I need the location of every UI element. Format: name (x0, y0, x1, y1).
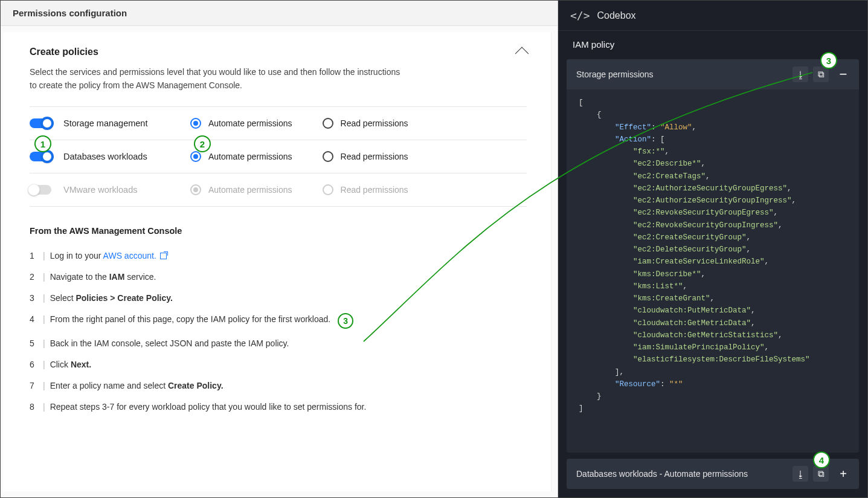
instruction-step: 2|Navigate to the IAM service. (30, 267, 527, 288)
code-body[interactable]: [ { "Effect": "Allow", "Action": [ "fsx:… (567, 89, 859, 453)
iam-policy-title: IAM policy (558, 31, 867, 57)
codebox-pane: </> Codebox IAM policy 3 Storage permiss… (558, 1, 867, 497)
read-option[interactable]: Read permissions (323, 151, 408, 162)
copy-icon[interactable]: ⧉ (813, 66, 829, 82)
service-row: VMware workloadsAutomate permissionsRead… (30, 173, 527, 207)
left-pane: Permissions configuration Create policie… (1, 1, 558, 497)
aws-account-link[interactable]: AWS account. (103, 251, 156, 260)
instruction-step: 8|Repeat steps 3-7 for every workload po… (30, 396, 527, 418)
service-row: Storage managementAutomate permissionsRe… (30, 106, 527, 140)
page-title: Permissions configuration (1, 1, 558, 26)
download-icon[interactable]: ⭳ (792, 466, 808, 482)
read-option[interactable]: Read permissions (323, 118, 408, 129)
codebox-label: Codebox (597, 10, 636, 21)
service-name: Storage management (63, 118, 172, 128)
instructions-title: From the AWS Management Console (30, 226, 527, 236)
external-link-icon (160, 253, 167, 259)
panel-description: Select the services and permissions leve… (30, 66, 527, 92)
storage-permissions-card: 3 Storage permissions ⭳ ⧉ − [ { "Effect"… (567, 59, 859, 453)
callout-badge-3-inline: 3 (338, 313, 353, 329)
read-option[interactable]: Read permissions (323, 184, 408, 195)
create-policies-panel: Create policies Select the services and … (3, 32, 551, 491)
databases-workloads-card: 4 Databases workloads - Automate permiss… (567, 459, 859, 489)
instruction-step: 1|Log in to your AWS account. (30, 245, 527, 267)
panel-desc-line2: to create the policy from the AWS Manage… (30, 80, 242, 90)
service-name: VMware workloads (63, 185, 172, 195)
code-icon: </> (570, 9, 590, 22)
panel-title: Create policies (30, 47, 98, 57)
download-icon[interactable]: ⭳ (792, 66, 808, 82)
automate-option[interactable]: Automate permissions (190, 118, 292, 129)
instruction-step: 4|From the right panel of this page, cop… (30, 309, 527, 333)
instruction-step: 7|Enter a policy name and select Create … (30, 375, 527, 396)
service-toggle[interactable] (30, 118, 51, 128)
service-toggle[interactable] (30, 152, 51, 161)
codebox-header: </> Codebox (558, 1, 867, 31)
instruction-step: 6|Click Next. (30, 354, 527, 375)
callout-badge-4: 4 (813, 451, 830, 468)
collapsed-card-title: Databases workloads - Automate permissio… (576, 469, 748, 479)
panel-desc-line1: Select the services and permissions leve… (30, 67, 400, 77)
instruction-step: 3|Select Policies > Create Policy. (30, 288, 527, 309)
service-row: Databases workloadsAutomate permissionsR… (30, 140, 527, 173)
service-toggle[interactable] (30, 185, 51, 195)
service-name: Databases workloads (63, 152, 172, 161)
instruction-step: 5|Back in the IAM console, select JSON a… (30, 333, 527, 354)
automate-option[interactable]: Automate permissions (190, 151, 292, 162)
callout-badge-3: 3 (820, 52, 837, 69)
automate-option[interactable]: Automate permissions (190, 184, 292, 195)
collapse-icon[interactable]: − (837, 66, 849, 82)
card-title: Storage permissions (576, 70, 654, 79)
expand-icon[interactable]: + (837, 467, 849, 481)
chevron-up-icon[interactable] (515, 47, 529, 61)
